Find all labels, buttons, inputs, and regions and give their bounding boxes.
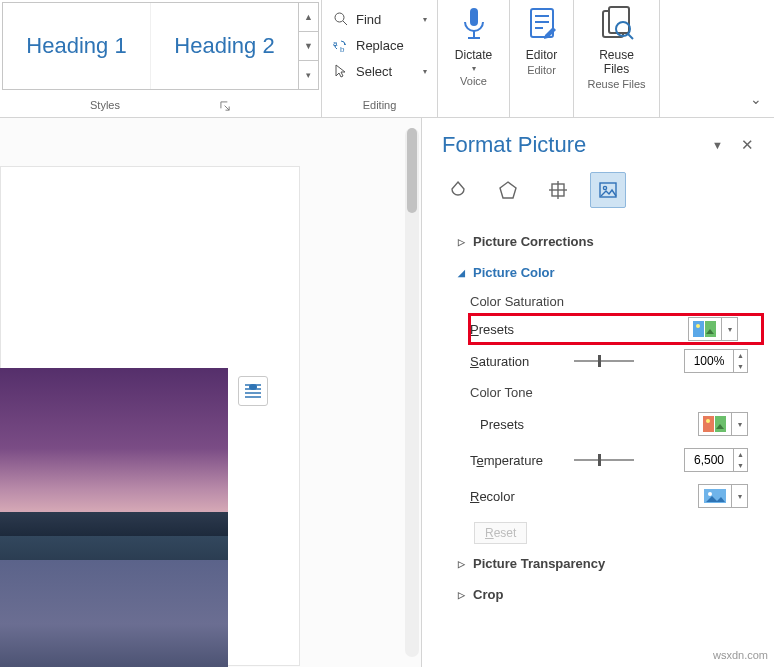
tab-layout[interactable] (540, 172, 576, 208)
editing-group: Find ▾ ab Replace Select ▾ Editing (322, 0, 438, 117)
saturation-presets-dropdown[interactable]: ▾ (688, 317, 738, 341)
section-label: Picture Transparency (473, 556, 605, 571)
editor-label: Editor (526, 46, 557, 62)
saturation-value[interactable] (685, 350, 733, 372)
temperature-row: Temperature ▲▼ (470, 442, 768, 478)
tone-presets-dropdown[interactable]: ▾ (698, 412, 748, 436)
spin-down[interactable]: ▼ (734, 361, 747, 372)
selected-picture[interactable] (0, 368, 228, 667)
svg-rect-21 (693, 321, 704, 337)
svg-rect-25 (715, 416, 726, 432)
chevron-down-icon: ▾ (731, 413, 747, 435)
chevron-down-icon: ▾ (423, 67, 427, 76)
spin-up[interactable]: ▲ (734, 350, 747, 361)
presets-thumb-icon (701, 414, 729, 434)
temperature-input[interactable]: ▲▼ (684, 448, 748, 472)
collapse-ribbon-icon[interactable]: ⌄ (750, 91, 762, 107)
spin-down[interactable]: ▼ (734, 460, 747, 471)
search-icon (332, 10, 350, 28)
document-viewport (0, 118, 421, 667)
microphone-icon (454, 4, 494, 44)
voice-group-label: Voice (460, 73, 487, 91)
chevron-down-icon: ▾ (472, 64, 476, 73)
styles-scroll-down[interactable]: ▼ (299, 32, 318, 61)
svg-rect-24 (703, 416, 714, 432)
replace-label: Replace (356, 38, 404, 53)
saturation-row: Saturation ▲▼ (470, 343, 768, 379)
style-heading-2[interactable]: Heading 2 (151, 3, 298, 89)
saturation-input[interactable]: ▲▼ (684, 349, 748, 373)
svg-point-23 (696, 324, 700, 328)
styles-dialog-launcher-icon[interactable] (220, 101, 231, 112)
triangle-right-icon: ▷ (458, 237, 465, 247)
editing-group-label: Editing (324, 97, 435, 115)
svg-point-0 (335, 13, 344, 22)
recolor-dropdown[interactable]: ▾ (698, 484, 748, 508)
temperature-label: Temperature (470, 453, 564, 468)
styles-group-label: Styles (90, 97, 120, 115)
reuse-files-group-label: Reuse Files (587, 76, 645, 94)
section-label: Picture Color (473, 265, 555, 280)
ribbon-tail: ⌄ (660, 0, 774, 117)
styles-gallery: Heading 1 Heading 2 ▲ ▼ ▾ (2, 2, 319, 90)
layout-options-icon (243, 381, 263, 401)
chevron-down-icon: ▾ (423, 15, 427, 24)
style-heading-1[interactable]: Heading 1 (3, 3, 151, 89)
triangle-down-icon: ◢ (458, 268, 465, 278)
temperature-value[interactable] (685, 449, 733, 471)
reuse-files-icon (597, 4, 637, 44)
chevron-down-icon: ▾ (721, 318, 737, 340)
pane-close-button[interactable]: ✕ (737, 132, 758, 158)
temperature-slider[interactable] (574, 459, 634, 461)
tab-effects[interactable] (490, 172, 526, 208)
dictate-button[interactable]: Dictate ▾ (454, 4, 494, 73)
select-button[interactable]: Select ▾ (332, 58, 431, 84)
pane-tabs (422, 168, 774, 214)
layout-options-button[interactable] (238, 376, 268, 406)
ribbon: Heading 1 Heading 2 ▲ ▼ ▾ Styles Find ▾ … (0, 0, 774, 118)
recolor-row: Recolor ▾ (470, 478, 768, 514)
triangle-right-icon: ▷ (458, 590, 465, 600)
styles-scroll-up[interactable]: ▲ (299, 3, 318, 32)
svg-line-14 (628, 34, 633, 39)
section-picture-corrections[interactable]: ▷ Picture Corrections (458, 226, 768, 257)
section-label: Picture Corrections (473, 234, 594, 249)
section-picture-color[interactable]: ◢ Picture Color (458, 257, 768, 288)
editor-group-label: Editor (527, 62, 556, 80)
svg-point-20 (603, 186, 606, 189)
color-tone-heading: Color Tone (470, 379, 768, 406)
pane-header: Format Picture ▼ ✕ (422, 118, 774, 168)
recolor-thumb-icon (701, 486, 729, 506)
replace-button[interactable]: ab Replace (332, 32, 431, 58)
spin-up[interactable]: ▲ (734, 449, 747, 460)
watermark: wsxdn.com (713, 649, 768, 661)
scrollbar-thumb[interactable] (407, 128, 417, 213)
section-picture-transparency[interactable]: ▷ Picture Transparency (458, 548, 768, 579)
reuse-files-label: Reuse Files (599, 46, 634, 76)
saturation-slider[interactable] (574, 360, 634, 362)
section-crop[interactable]: ▷ Crop (458, 579, 768, 610)
svg-point-28 (708, 492, 712, 496)
tone-presets-row: Presets ▾ (470, 406, 768, 442)
pane-menu-button[interactable]: ▼ (708, 135, 727, 155)
reuse-files-button[interactable]: Reuse Files (597, 4, 637, 76)
format-picture-pane: Format Picture ▼ ✕ ▷ Picture Corrections… (421, 118, 774, 667)
reset-button[interactable]: Reset (474, 522, 527, 544)
styles-expand[interactable]: ▾ (299, 61, 318, 89)
svg-text:b: b (340, 45, 345, 53)
find-button[interactable]: Find ▾ (332, 6, 431, 32)
styles-gallery-scroll: ▲ ▼ ▾ (298, 3, 318, 89)
color-saturation-heading: Color Saturation (470, 288, 768, 315)
tab-picture[interactable] (590, 172, 626, 208)
cursor-icon (332, 62, 350, 80)
svg-marker-15 (500, 182, 516, 198)
section-label: Crop (473, 587, 503, 602)
voice-group: Dictate ▾ Voice (438, 0, 510, 117)
editor-button[interactable]: Editor (522, 4, 562, 62)
pane-title: Format Picture (442, 132, 698, 158)
svg-rect-12 (609, 7, 629, 33)
tone-presets-label: Presets (470, 417, 564, 432)
saturation-presets-row: Presets ▾ (470, 315, 762, 343)
scrollbar-track[interactable] (405, 128, 419, 657)
tab-fill-line[interactable] (440, 172, 476, 208)
